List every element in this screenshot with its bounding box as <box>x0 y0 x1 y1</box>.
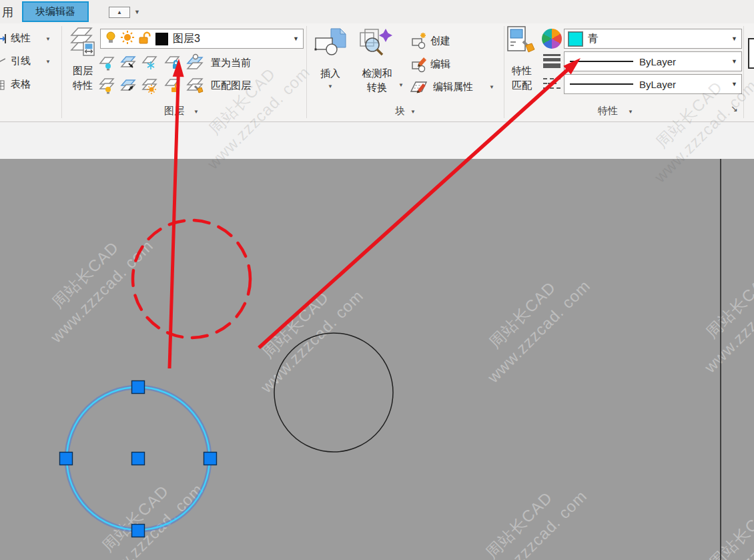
chevron-down-icon[interactable]: ▼ <box>45 59 51 65</box>
chevron-down-icon[interactable]: ▼ <box>628 109 633 115</box>
chevron-down-icon[interactable]: ▼ <box>45 36 51 42</box>
next-panel-partial-button[interactable] <box>748 38 754 69</box>
edit-block-button[interactable]: 编辑 <box>430 58 450 71</box>
linetype-value: ByLayer <box>639 79 676 90</box>
linetype-sample <box>570 83 633 85</box>
layer-combo-value: 图层3 <box>173 32 200 46</box>
layer-off-button[interactable] <box>97 53 116 72</box>
insert-block-icon <box>312 27 348 63</box>
unlock-icon <box>137 31 152 47</box>
tab-block-editor-label: 块编辑器 <box>35 5 75 18</box>
ribbon-minimize-button[interactable]: ▲ <box>109 7 130 18</box>
color-wheel-icon[interactable] <box>542 29 562 49</box>
layer-color-swatch <box>155 33 168 45</box>
match-properties-button[interactable]: 特性 <box>505 65 538 77</box>
layer-properties-icon <box>69 26 97 63</box>
linear-button[interactable]: 线性 <box>11 32 31 45</box>
chevron-down-icon[interactable]: ▼ <box>328 83 333 89</box>
layer-unisolate-button[interactable] <box>119 76 137 95</box>
object-color-value: 青 <box>588 32 599 46</box>
lineweight-combo[interactable]: ByLayer ▼ <box>564 51 742 71</box>
panel-separator <box>306 26 307 118</box>
document-area-strip <box>0 122 754 159</box>
create-block-button[interactable]: 创建 <box>430 35 450 47</box>
panel-separator <box>61 26 62 118</box>
block-panel-label[interactable]: 块 <box>395 105 405 117</box>
chevron-down-icon[interactable]: ▼ <box>398 82 404 88</box>
layer-thaw-button[interactable] <box>140 76 159 95</box>
detect-convert-button[interactable]: 检测和 <box>358 67 396 80</box>
layer-on-all-button[interactable] <box>97 76 116 95</box>
match-layer-button[interactable]: 匹配图层 <box>211 79 251 92</box>
detect-convert-button-line2[interactable]: 转换 <box>358 81 396 94</box>
table-button[interactable]: 表格 <box>11 78 31 91</box>
bulb-on-icon <box>104 31 117 47</box>
color-swatch-cyan <box>569 32 583 46</box>
ribbon-tab-bar: 用 块编辑器 ▲ ▼ <box>0 0 754 23</box>
linetype-combo[interactable]: ByLayer ▼ <box>564 74 742 94</box>
insert-button[interactable]: 插入 <box>312 67 348 80</box>
edit-attributes-icon <box>410 78 428 98</box>
properties-panel-label[interactable]: 特性 <box>598 105 618 117</box>
chevron-down-icon: ▼ <box>731 35 737 42</box>
table-icon <box>0 80 5 93</box>
layer-isolate-button[interactable] <box>119 53 137 72</box>
chevron-down-icon: ▼ <box>293 35 299 42</box>
object-color-combo[interactable]: 青 ▼ <box>564 29 742 49</box>
layer-unlock-button[interactable] <box>163 76 181 95</box>
tab-home-partial[interactable]: 用 <box>2 5 13 20</box>
panel-separator <box>743 26 744 118</box>
layer-properties-button[interactable]: 图层 <box>69 65 97 77</box>
chevron-down-icon: ▼ <box>731 81 737 87</box>
layer-select-combo[interactable]: 图层3 ▼ <box>100 29 304 49</box>
lineweight-value: ByLayer <box>639 56 676 67</box>
lineweight-sample <box>570 61 633 62</box>
leader-icon <box>0 57 5 69</box>
panel-separator <box>504 26 504 118</box>
layer-panel-label[interactable]: 图层 <box>164 105 184 117</box>
set-current-button[interactable]: 置为当前 <box>211 57 251 69</box>
sun-icon <box>120 31 135 47</box>
create-block-icon <box>411 32 428 52</box>
chevron-down-icon[interactable]: ▼ <box>410 109 416 115</box>
layer-properties-button-line2[interactable]: 特性 <box>69 79 97 92</box>
match-properties-button-line2[interactable]: 匹配 <box>505 79 538 92</box>
lineweight-icon[interactable] <box>543 53 560 69</box>
layer-set-current-button[interactable] <box>185 53 204 72</box>
tab-block-editor[interactable]: 块编辑器 <box>22 1 89 22</box>
dialog-launcher-icon[interactable]: ↘ <box>731 103 738 113</box>
chevron-down-icon[interactable]: ▼ <box>489 84 494 90</box>
match-properties-icon <box>505 25 538 60</box>
chevron-down-icon[interactable]: ▼ <box>194 109 199 115</box>
linetype-icon[interactable] <box>543 75 562 93</box>
ribbon-minimize-options-caret[interactable]: ▼ <box>134 9 140 15</box>
edit-block-icon <box>411 55 428 75</box>
drawing-canvas[interactable] <box>0 159 754 560</box>
layer-freeze-button[interactable] <box>140 53 159 72</box>
leader-button[interactable]: 引线 <box>11 55 31 67</box>
triangle-up-icon: ▲ <box>117 9 122 15</box>
edit-attributes-button[interactable]: 编辑属性 <box>433 81 473 93</box>
detect-convert-icon <box>358 27 396 63</box>
chevron-down-icon: ▼ <box>731 58 737 65</box>
layer-lock-button[interactable] <box>163 53 181 72</box>
linear-dimension-icon <box>0 34 7 46</box>
ribbon: 线性 ▼ 引线 ▼ 表格 图层 特性 <box>0 23 754 122</box>
layer-match-button[interactable] <box>185 76 204 95</box>
